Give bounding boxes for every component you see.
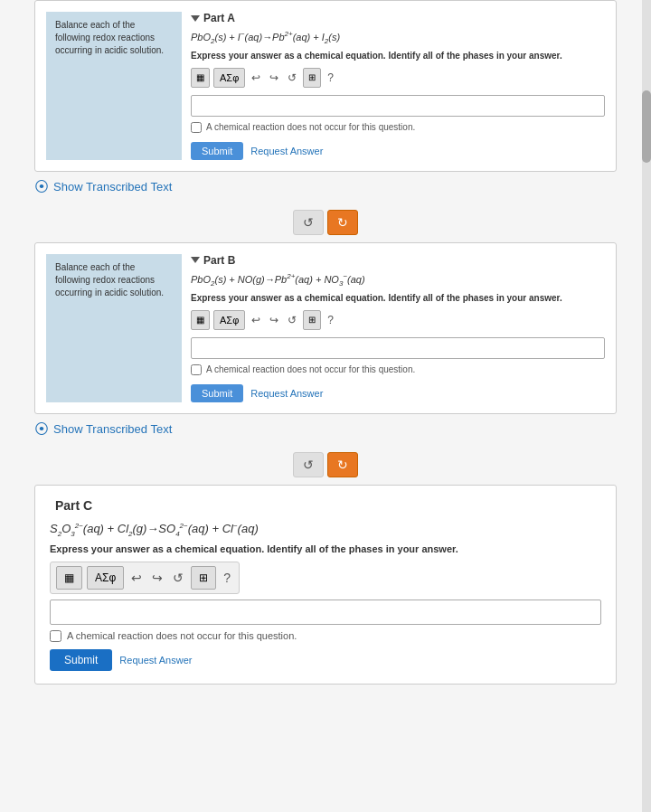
submit-btn-c[interactable]: Submit xyxy=(50,649,112,671)
part-c-label: Part C xyxy=(55,498,92,513)
nav-buttons-row-2: ↺ ↻ xyxy=(0,445,651,485)
matrix-btn-c[interactable]: ▦ xyxy=(56,566,82,590)
sidebar-a: Balance each of the following redox reac… xyxy=(46,12,182,160)
show-transcribed-label-2: Show Transcribed Text xyxy=(53,422,172,436)
show-transcribed-2[interactable]: ⦿ Show Transcribed Text xyxy=(0,414,651,445)
forward-btn-1[interactable]: ↻ xyxy=(327,210,358,235)
part-b-label: Part B xyxy=(203,254,235,267)
triangle-icon-b xyxy=(191,257,200,263)
part-a-equation: PbO2(s) + I−(aq)→Pb2+(aq) + I2(s) xyxy=(191,30,605,45)
eye-icon-2: ⦿ xyxy=(34,421,49,438)
scrollbar[interactable] xyxy=(642,0,651,812)
help-btn-a[interactable]: ? xyxy=(325,70,336,86)
no-reaction-text-a: A chemical reaction does not occur for t… xyxy=(206,122,415,132)
no-reaction-checkbox-b[interactable] xyxy=(191,364,202,375)
answer-input-c[interactable] xyxy=(50,600,601,625)
part-b-instruction: Express your answer as a chemical equati… xyxy=(191,293,605,303)
part-a-card: Balance each of the following redox reac… xyxy=(34,0,617,172)
part-c-actions: Submit Request Answer xyxy=(50,649,601,671)
matrix-icon-a: ▦ xyxy=(196,72,204,82)
part-a-header: Part A xyxy=(191,12,605,24)
part-a-actions: Submit Request Answer xyxy=(191,142,605,160)
sidebar-b: Balance each of the following redox reac… xyxy=(46,254,182,402)
no-reaction-text-c: A chemical reaction does not occur for t… xyxy=(67,630,297,641)
scrollbar-thumb[interactable] xyxy=(642,90,651,163)
template-icon-a: ⊞ xyxy=(308,72,316,82)
matrix-icon-b: ▦ xyxy=(196,315,204,325)
part-a-content: Part A PbO2(s) + I−(aq)→Pb2+(aq) + I2(s)… xyxy=(191,12,605,160)
show-transcribed-1[interactable]: ⦿ Show Transcribed Text xyxy=(0,172,651,203)
reset-btn-c[interactable]: ↺ xyxy=(170,569,186,587)
answer-input-b[interactable] xyxy=(191,337,605,359)
submit-btn-b[interactable]: Submit xyxy=(191,384,243,402)
no-reaction-row-b: A chemical reaction does not occur for t… xyxy=(191,364,605,375)
part-b-content: Part B PbO2(s) + NO(g)→Pb2+(aq) + NO3−(a… xyxy=(191,254,605,402)
redo-btn-a[interactable]: ↪ xyxy=(267,70,281,86)
symbol-btn-c[interactable]: ΑΣφ xyxy=(87,566,124,590)
no-reaction-checkbox-a[interactable] xyxy=(191,122,202,133)
part-a-label: Part A xyxy=(203,12,235,24)
back-icon-2: ↺ xyxy=(303,458,314,472)
part-c-header: Part C xyxy=(50,498,601,513)
part-b-toolbar: ▦ ΑΣφ ↩ ↪ ↺ ⊞ ? xyxy=(191,308,605,332)
forward-btn-2[interactable]: ↻ xyxy=(327,452,358,477)
request-answer-btn-a[interactable]: Request Answer xyxy=(250,146,323,156)
undo-btn-a[interactable]: ↩ xyxy=(249,70,263,86)
part-a-toolbar: ▦ ΑΣφ ↩ ↪ ↺ ⊞ ? xyxy=(191,66,605,90)
no-reaction-row-a: A chemical reaction does not occur for t… xyxy=(191,122,605,133)
part-b-equation: PbO2(s) + NO(g)→Pb2+(aq) + NO3−(aq) xyxy=(191,272,605,288)
no-reaction-row-c: A chemical reaction does not occur for t… xyxy=(50,630,601,642)
forward-icon-2: ↻ xyxy=(337,458,348,472)
part-c-toolbar: ▦ ΑΣφ ↩ ↪ ↺ ⊞ ? xyxy=(50,562,240,594)
part-c-instruction: Express your answer as a chemical equati… xyxy=(50,543,601,554)
part-a-instruction: Express your answer as a chemical equati… xyxy=(191,51,605,61)
redo-btn-b[interactable]: ↪ xyxy=(267,312,281,328)
page-container: Balance each of the following redox reac… xyxy=(0,0,651,703)
reset-btn-b[interactable]: ↺ xyxy=(285,312,299,328)
template-btn-c[interactable]: ⊞ xyxy=(191,566,216,590)
no-reaction-text-b: A chemical reaction does not occur for t… xyxy=(206,364,415,374)
symbol-btn-a[interactable]: ΑΣφ xyxy=(213,68,245,88)
triangle-icon-a xyxy=(191,15,200,22)
part-c-equation: S2O32−(aq) + Cl2(g)→SO42−(aq) + Cl−(aq) xyxy=(50,522,601,538)
matrix-btn-b[interactable]: ▦ xyxy=(191,310,210,330)
submit-btn-a[interactable]: Submit xyxy=(191,142,243,160)
eye-icon-1: ⦿ xyxy=(34,179,49,195)
no-reaction-checkbox-c[interactable] xyxy=(50,630,61,642)
matrix-icon-c: ▦ xyxy=(64,571,74,584)
template-icon-b: ⊞ xyxy=(308,315,316,325)
symbol-btn-b[interactable]: ΑΣφ xyxy=(213,310,245,330)
template-btn-b[interactable]: ⊞ xyxy=(303,310,321,330)
part-b-actions: Submit Request Answer xyxy=(191,384,605,402)
request-answer-btn-c[interactable]: Request Answer xyxy=(119,655,192,666)
help-btn-c[interactable]: ? xyxy=(221,569,233,587)
reset-btn-a[interactable]: ↺ xyxy=(285,70,299,86)
sidebar-b-text: Balance each of the following redox reac… xyxy=(55,262,164,297)
help-btn-b[interactable]: ? xyxy=(325,312,336,328)
back-btn-1[interactable]: ↺ xyxy=(293,210,324,235)
part-b-card: Balance each of the following redox reac… xyxy=(34,242,617,414)
undo-btn-b[interactable]: ↩ xyxy=(249,312,263,328)
part-c-card: Part C S2O32−(aq) + Cl2(g)→SO42−(aq) + C… xyxy=(34,485,617,685)
request-answer-btn-b[interactable]: Request Answer xyxy=(250,388,323,399)
nav-buttons-row-1: ↺ ↻ xyxy=(0,203,651,242)
forward-icon-1: ↻ xyxy=(337,215,348,230)
part-b-header: Part B xyxy=(191,254,605,267)
show-transcribed-label-1: Show Transcribed Text xyxy=(53,180,172,194)
template-btn-a[interactable]: ⊞ xyxy=(303,68,321,88)
redo-btn-c[interactable]: ↪ xyxy=(149,569,165,587)
answer-input-a[interactable] xyxy=(191,95,605,117)
sidebar-a-text: Balance each of the following redox reac… xyxy=(55,20,164,55)
undo-btn-c[interactable]: ↩ xyxy=(128,569,145,587)
matrix-btn-a[interactable]: ▦ xyxy=(191,68,210,88)
back-icon-1: ↺ xyxy=(303,215,314,230)
back-btn-2[interactable]: ↺ xyxy=(293,452,324,477)
template-icon-c: ⊞ xyxy=(199,571,208,584)
